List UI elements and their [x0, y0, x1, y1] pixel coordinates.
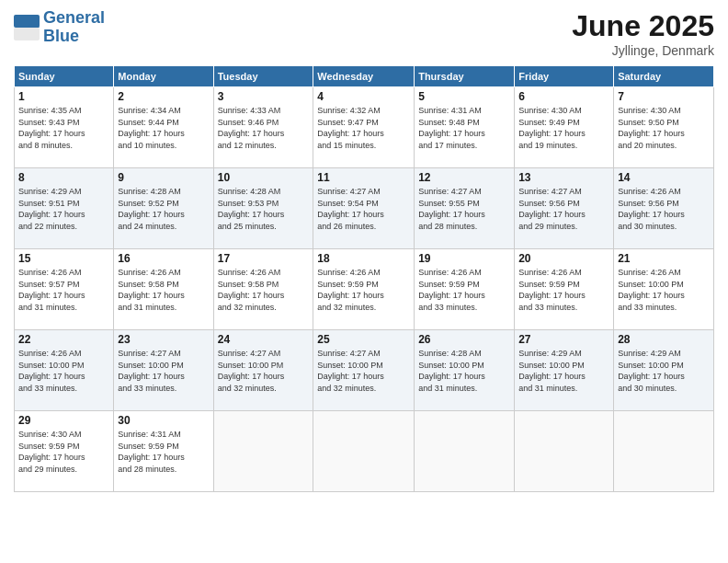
calendar-cell: 4Sunrise: 4:32 AM Sunset: 9:47 PM Daylig…	[313, 87, 415, 168]
day-number: 11	[317, 171, 410, 184]
subtitle: Jyllinge, Denmark	[572, 43, 714, 58]
calendar-week-2: 8Sunrise: 4:29 AM Sunset: 9:51 PM Daylig…	[15, 168, 714, 249]
day-info: Sunrise: 4:34 AM Sunset: 9:44 PM Dayligh…	[118, 105, 209, 151]
day-info: Sunrise: 4:30 AM Sunset: 9:49 PM Dayligh…	[518, 105, 609, 151]
day-number: 26	[418, 333, 510, 346]
calendar-cell: 30Sunrise: 4:31 AM Sunset: 9:59 PM Dayli…	[114, 411, 213, 492]
day-info: Sunrise: 4:33 AM Sunset: 9:46 PM Dayligh…	[218, 105, 310, 151]
day-number: 2	[118, 90, 209, 103]
day-number: 12	[418, 171, 510, 184]
day-info: Sunrise: 4:27 AM Sunset: 10:00 PM Daylig…	[218, 348, 310, 394]
title-block: June 2025 Jyllinge, Denmark	[572, 9, 714, 58]
calendar-cell: 18Sunrise: 4:26 AM Sunset: 9:59 PM Dayli…	[313, 249, 415, 330]
page: General Blue June 2025 Jyllinge, Denmark…	[0, 0, 728, 563]
col-header-tuesday: Tuesday	[213, 66, 313, 87]
col-header-sunday: Sunday	[15, 66, 114, 87]
logo-line2: Blue	[43, 28, 105, 46]
calendar-cell: 10Sunrise: 4:28 AM Sunset: 9:53 PM Dayli…	[213, 168, 313, 249]
day-info: Sunrise: 4:27 AM Sunset: 10:00 PM Daylig…	[317, 348, 410, 394]
calendar-cell: 26Sunrise: 4:28 AM Sunset: 10:00 PM Dayl…	[415, 330, 515, 411]
calendar-cell: 6Sunrise: 4:30 AM Sunset: 9:49 PM Daylig…	[515, 87, 614, 168]
day-number: 24	[218, 333, 310, 346]
calendar-week-5: 29Sunrise: 4:30 AM Sunset: 9:59 PM Dayli…	[15, 411, 714, 492]
day-info: Sunrise: 4:28 AM Sunset: 10:00 PM Daylig…	[418, 348, 510, 394]
calendar-cell: 16Sunrise: 4:26 AM Sunset: 9:58 PM Dayli…	[114, 249, 213, 330]
day-number: 14	[618, 171, 710, 184]
day-info: Sunrise: 4:26 AM Sunset: 9:59 PM Dayligh…	[317, 267, 410, 313]
logo-icon	[14, 15, 40, 40]
day-number: 4	[317, 90, 410, 103]
day-number: 21	[618, 252, 710, 265]
day-number: 30	[118, 414, 209, 427]
calendar-header-row: SundayMondayTuesdayWednesdayThursdayFrid…	[15, 66, 714, 87]
day-number: 8	[18, 171, 109, 184]
day-info: Sunrise: 4:26 AM Sunset: 9:58 PM Dayligh…	[218, 267, 310, 313]
calendar-cell: 2Sunrise: 4:34 AM Sunset: 9:44 PM Daylig…	[114, 87, 213, 168]
day-info: Sunrise: 4:26 AM Sunset: 9:58 PM Dayligh…	[118, 267, 209, 313]
day-info: Sunrise: 4:28 AM Sunset: 9:53 PM Dayligh…	[218, 186, 310, 232]
calendar-cell: 13Sunrise: 4:27 AM Sunset: 9:56 PM Dayli…	[515, 168, 614, 249]
day-number: 25	[317, 333, 410, 346]
calendar-cell: 7Sunrise: 4:30 AM Sunset: 9:50 PM Daylig…	[614, 87, 714, 168]
calendar-cell: 11Sunrise: 4:27 AM Sunset: 9:54 PM Dayli…	[313, 168, 415, 249]
logo: General Blue	[14, 9, 105, 46]
day-info: Sunrise: 4:27 AM Sunset: 9:55 PM Dayligh…	[418, 186, 510, 232]
day-number: 16	[118, 252, 209, 265]
col-header-thursday: Thursday	[415, 66, 515, 87]
day-info: Sunrise: 4:29 AM Sunset: 10:00 PM Daylig…	[518, 348, 609, 394]
calendar-cell	[515, 411, 614, 492]
col-header-saturday: Saturday	[614, 66, 714, 87]
calendar-cell: 28Sunrise: 4:29 AM Sunset: 10:00 PM Dayl…	[614, 330, 714, 411]
col-header-wednesday: Wednesday	[313, 66, 415, 87]
day-number: 22	[18, 333, 109, 346]
day-info: Sunrise: 4:32 AM Sunset: 9:47 PM Dayligh…	[317, 105, 410, 151]
day-info: Sunrise: 4:28 AM Sunset: 9:52 PM Dayligh…	[118, 186, 209, 232]
calendar-cell: 1Sunrise: 4:35 AM Sunset: 9:43 PM Daylig…	[15, 87, 114, 168]
calendar-cell	[614, 411, 714, 492]
day-info: Sunrise: 4:26 AM Sunset: 9:57 PM Dayligh…	[18, 267, 109, 313]
col-header-friday: Friday	[515, 66, 614, 87]
calendar-week-3: 15Sunrise: 4:26 AM Sunset: 9:57 PM Dayli…	[15, 249, 714, 330]
day-number: 6	[518, 90, 609, 103]
calendar-cell: 19Sunrise: 4:26 AM Sunset: 9:59 PM Dayli…	[415, 249, 515, 330]
calendar-cell: 8Sunrise: 4:29 AM Sunset: 9:51 PM Daylig…	[15, 168, 114, 249]
day-number: 9	[118, 171, 209, 184]
day-info: Sunrise: 4:31 AM Sunset: 9:59 PM Dayligh…	[118, 429, 209, 475]
calendar-cell: 21Sunrise: 4:26 AM Sunset: 10:00 PM Dayl…	[614, 249, 714, 330]
calendar-cell	[415, 411, 515, 492]
calendar-cell: 12Sunrise: 4:27 AM Sunset: 9:55 PM Dayli…	[415, 168, 515, 249]
day-info: Sunrise: 4:29 AM Sunset: 9:51 PM Dayligh…	[18, 186, 109, 232]
calendar-cell	[213, 411, 313, 492]
main-title: June 2025	[572, 9, 714, 43]
calendar-cell: 27Sunrise: 4:29 AM Sunset: 10:00 PM Dayl…	[515, 330, 614, 411]
calendar-week-4: 22Sunrise: 4:26 AM Sunset: 10:00 PM Dayl…	[15, 330, 714, 411]
day-number: 20	[518, 252, 609, 265]
day-info: Sunrise: 4:26 AM Sunset: 9:56 PM Dayligh…	[618, 186, 710, 232]
calendar-cell: 23Sunrise: 4:27 AM Sunset: 10:00 PM Dayl…	[114, 330, 213, 411]
day-info: Sunrise: 4:27 AM Sunset: 9:56 PM Dayligh…	[518, 186, 609, 232]
day-number: 27	[518, 333, 609, 346]
day-info: Sunrise: 4:26 AM Sunset: 9:59 PM Dayligh…	[518, 267, 609, 313]
day-info: Sunrise: 4:27 AM Sunset: 9:54 PM Dayligh…	[317, 186, 410, 232]
day-number: 5	[418, 90, 510, 103]
calendar-week-1: 1Sunrise: 4:35 AM Sunset: 9:43 PM Daylig…	[15, 87, 714, 168]
day-number: 15	[18, 252, 109, 265]
day-info: Sunrise: 4:31 AM Sunset: 9:48 PM Dayligh…	[418, 105, 510, 151]
calendar-cell: 5Sunrise: 4:31 AM Sunset: 9:48 PM Daylig…	[415, 87, 515, 168]
day-number: 1	[18, 90, 109, 103]
day-number: 10	[218, 171, 310, 184]
day-info: Sunrise: 4:26 AM Sunset: 9:59 PM Dayligh…	[418, 267, 510, 313]
day-number: 28	[618, 333, 710, 346]
day-number: 19	[418, 252, 510, 265]
day-number: 18	[317, 252, 410, 265]
calendar-cell: 20Sunrise: 4:26 AM Sunset: 9:59 PM Dayli…	[515, 249, 614, 330]
day-number: 23	[118, 333, 209, 346]
calendar-cell: 22Sunrise: 4:26 AM Sunset: 10:00 PM Dayl…	[15, 330, 114, 411]
calendar-cell: 15Sunrise: 4:26 AM Sunset: 9:57 PM Dayli…	[15, 249, 114, 330]
calendar-table: SundayMondayTuesdayWednesdayThursdayFrid…	[14, 65, 714, 492]
calendar-cell: 3Sunrise: 4:33 AM Sunset: 9:46 PM Daylig…	[213, 87, 313, 168]
calendar-cell: 24Sunrise: 4:27 AM Sunset: 10:00 PM Dayl…	[213, 330, 313, 411]
header: General Blue June 2025 Jyllinge, Denmark	[14, 9, 714, 58]
day-info: Sunrise: 4:29 AM Sunset: 10:00 PM Daylig…	[618, 348, 710, 394]
logo-line1: General	[43, 9, 105, 28]
